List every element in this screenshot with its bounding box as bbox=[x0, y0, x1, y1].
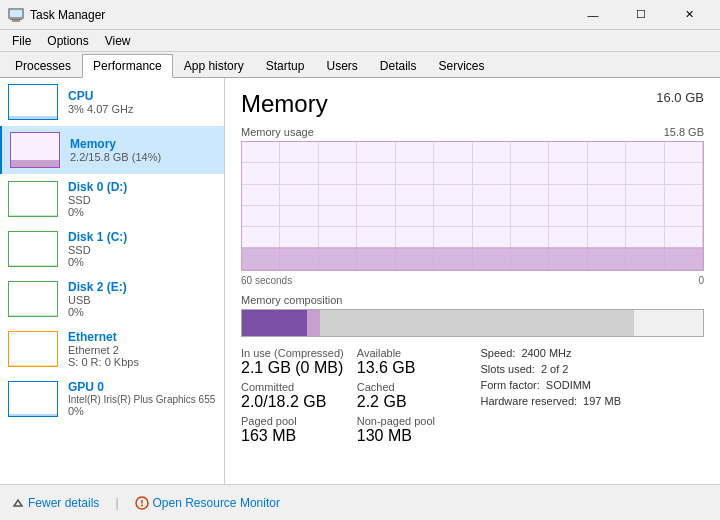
form-label: Form factor: bbox=[481, 379, 540, 391]
disk1-name: Disk 1 (C:) bbox=[68, 230, 216, 244]
svg-rect-2 bbox=[12, 20, 20, 22]
available-block: Available 13.6 GB bbox=[357, 347, 465, 377]
window-title: Task Manager bbox=[30, 8, 570, 22]
disk2-name: Disk 2 (E:) bbox=[68, 280, 216, 294]
app-icon bbox=[8, 7, 24, 23]
paged-value: 163 MB bbox=[241, 427, 349, 445]
menu-options[interactable]: Options bbox=[39, 32, 96, 50]
inuse-value: 2.1 GB (0 MB) bbox=[241, 359, 349, 377]
tab-details[interactable]: Details bbox=[369, 54, 428, 77]
separator: | bbox=[115, 496, 118, 510]
tab-users[interactable]: Users bbox=[315, 54, 368, 77]
sidebar-item-memory[interactable]: Memory 2.2/15.8 GB (14%) bbox=[0, 126, 224, 174]
sidebar-item-disk0[interactable]: Disk 0 (D:) SSD 0% bbox=[0, 174, 224, 224]
usage-section-label: Memory usage 15.8 GB bbox=[241, 126, 704, 138]
svg-rect-3 bbox=[10, 19, 22, 20]
inuse-block: In use (Compressed) 2.1 GB (0 MB) bbox=[241, 347, 349, 377]
disk0-sub2: 0% bbox=[68, 206, 216, 218]
stats-row2: Committed 2.0/18.2 GB Cached 2.2 GB bbox=[241, 381, 465, 411]
nonpaged-value: 130 MB bbox=[357, 427, 465, 445]
disk2-info: Disk 2 (E:) USB 0% bbox=[68, 280, 216, 318]
ethernet-sub1: Ethernet 2 bbox=[68, 344, 216, 356]
tab-processes[interactable]: Processes bbox=[4, 54, 82, 77]
time-start: 60 seconds bbox=[241, 275, 292, 286]
content-header: Memory 16.0 GB bbox=[241, 90, 704, 118]
close-button[interactable]: ✕ bbox=[666, 0, 712, 30]
cpu-name: CPU bbox=[68, 89, 216, 103]
memory-info: Memory 2.2/15.8 GB (14%) bbox=[70, 137, 216, 163]
disk0-thumb bbox=[8, 181, 58, 217]
tab-bar: Processes Performance App history Startu… bbox=[0, 52, 720, 78]
memory-thumb bbox=[10, 132, 60, 168]
nonpaged-block: Non-paged pool 130 MB bbox=[357, 415, 465, 445]
svg-marker-4 bbox=[14, 500, 22, 506]
committed-label: Committed bbox=[241, 381, 349, 393]
sidebar-item-ethernet[interactable]: Ethernet Ethernet 2 S: 0 R: 0 Kbps bbox=[0, 324, 224, 374]
usage-label: Memory usage bbox=[241, 126, 314, 138]
menu-view[interactable]: View bbox=[97, 32, 139, 50]
cpu-info: CPU 3% 4.07 GHz bbox=[68, 89, 216, 115]
slots-value: 2 of 2 bbox=[541, 363, 569, 375]
stats-row1: In use (Compressed) 2.1 GB (0 MB) Availa… bbox=[241, 347, 465, 377]
slots-row: Slots used: 2 of 2 bbox=[481, 363, 705, 375]
graph-fill bbox=[242, 247, 703, 270]
inuse-label: In use (Compressed) bbox=[241, 347, 349, 359]
sidebar-item-gpu0[interactable]: GPU 0 Intel(R) Iris(R) Plus Graphics 655… bbox=[0, 374, 224, 423]
content-total: 16.0 GB bbox=[656, 90, 704, 105]
stats-left: In use (Compressed) 2.1 GB (0 MB) Availa… bbox=[241, 347, 465, 445]
disk2-sub2: 0% bbox=[68, 306, 216, 318]
window-controls: — ☐ ✕ bbox=[570, 0, 712, 30]
main-content: CPU 3% 4.07 GHz Memory 2.2/15.8 GB (14%)… bbox=[0, 78, 720, 484]
menu-bar: File Options View bbox=[0, 30, 720, 52]
disk1-thumb bbox=[8, 231, 58, 267]
disk2-sub1: USB bbox=[68, 294, 216, 306]
usage-value: 15.8 GB bbox=[664, 126, 704, 138]
speed-value: 2400 MHz bbox=[521, 347, 571, 359]
available-value: 13.6 GB bbox=[357, 359, 465, 377]
cached-value: 2.2 GB bbox=[357, 393, 465, 411]
graph-time-labels: 60 seconds 0 bbox=[241, 275, 704, 286]
disk0-sub1: SSD bbox=[68, 194, 216, 206]
fewer-details-link[interactable]: Fewer details bbox=[12, 496, 99, 510]
tab-startup[interactable]: Startup bbox=[255, 54, 316, 77]
hwreserved-row: Hardware reserved: 197 MB bbox=[481, 395, 705, 407]
menu-file[interactable]: File bbox=[4, 32, 39, 50]
speed-label: Speed: bbox=[481, 347, 516, 359]
disk0-info: Disk 0 (D:) SSD 0% bbox=[68, 180, 216, 218]
sidebar: CPU 3% 4.07 GHz Memory 2.2/15.8 GB (14%)… bbox=[0, 78, 225, 484]
stats-row3: Paged pool 163 MB Non-paged pool 130 MB bbox=[241, 415, 465, 445]
time-end: 0 bbox=[698, 275, 704, 286]
paged-block: Paged pool 163 MB bbox=[241, 415, 349, 445]
gpu0-sub1: Intel(R) Iris(R) Plus Graphics 655 bbox=[68, 394, 216, 405]
maximize-button[interactable]: ☐ bbox=[618, 0, 664, 30]
gpu0-sub2: 0% bbox=[68, 405, 216, 417]
gpu0-info: GPU 0 Intel(R) Iris(R) Plus Graphics 655… bbox=[68, 380, 216, 417]
title-bar: Task Manager — ☐ ✕ bbox=[0, 0, 720, 30]
sidebar-item-disk1[interactable]: Disk 1 (C:) SSD 0% bbox=[0, 224, 224, 274]
ethernet-thumb bbox=[8, 331, 58, 367]
sidebar-item-disk2[interactable]: Disk 2 (E:) USB 0% bbox=[0, 274, 224, 324]
resource-monitor-icon bbox=[135, 496, 149, 510]
resource-monitor-link[interactable]: Open Resource Monitor bbox=[135, 496, 280, 510]
tab-services[interactable]: Services bbox=[428, 54, 496, 77]
paged-label: Paged pool bbox=[241, 415, 349, 427]
mem-seg-modified bbox=[307, 310, 321, 336]
committed-value: 2.0/18.2 GB bbox=[241, 393, 349, 411]
fewer-details-label: Fewer details bbox=[28, 496, 99, 510]
sidebar-item-cpu[interactable]: CPU 3% 4.07 GHz bbox=[0, 78, 224, 126]
memory-name: Memory bbox=[70, 137, 216, 151]
available-label: Available bbox=[357, 347, 465, 359]
minimize-button[interactable]: — bbox=[570, 0, 616, 30]
tab-performance[interactable]: Performance bbox=[82, 54, 173, 78]
cpu-thumb bbox=[8, 84, 58, 120]
gpu0-thumb bbox=[8, 381, 58, 417]
disk0-name: Disk 0 (D:) bbox=[68, 180, 216, 194]
resource-monitor-label: Open Resource Monitor bbox=[153, 496, 280, 510]
memory-sub: 2.2/15.8 GB (14%) bbox=[70, 151, 216, 163]
chevron-up-icon bbox=[12, 497, 24, 509]
slots-label: Slots used: bbox=[481, 363, 535, 375]
hwreserved-value: 197 MB bbox=[583, 395, 621, 407]
stats-container: In use (Compressed) 2.1 GB (0 MB) Availa… bbox=[241, 347, 704, 445]
gpu0-name: GPU 0 bbox=[68, 380, 216, 394]
tab-app-history[interactable]: App history bbox=[173, 54, 255, 77]
